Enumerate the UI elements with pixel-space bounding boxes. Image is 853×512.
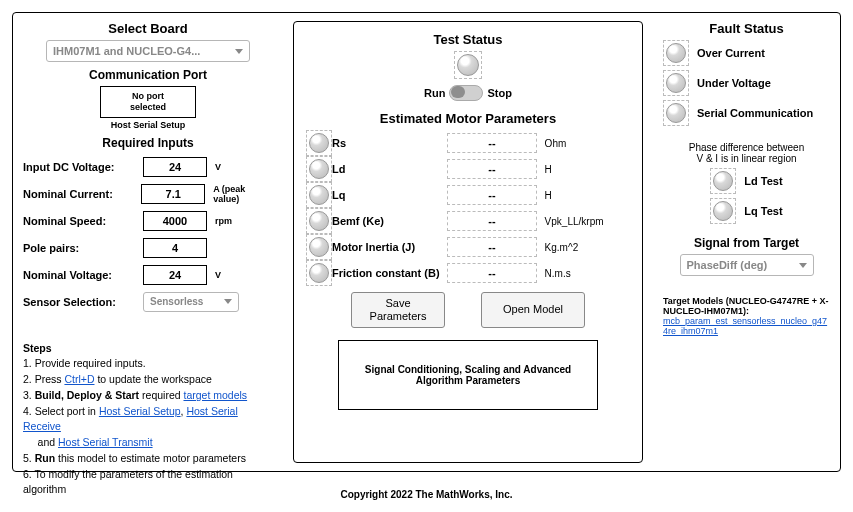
dc-voltage-unit: V (215, 162, 221, 172)
signal-dropdown[interactable]: PhaseDiff (deg) (680, 254, 814, 276)
b-value: -- (447, 263, 536, 283)
nominal-voltage-label: Nominal Voltage: (23, 269, 143, 281)
ke-lamp-icon (309, 211, 329, 231)
run-stop-toggle[interactable] (449, 85, 483, 101)
step-5: 5. Run this model to estimate motor para… (23, 451, 273, 467)
ke-value: -- (447, 211, 536, 231)
pole-pairs-label: Pole pairs: (23, 242, 143, 254)
lq-test-lamp-icon (713, 201, 733, 221)
signal-heading: Signal from Target (663, 236, 830, 250)
dc-voltage-input[interactable] (143, 157, 207, 177)
step-4: 4. Select port in Host Serial Setup, Hos… (23, 404, 273, 451)
sensor-dropdown-value: Sensorless (150, 296, 203, 307)
serial-comm-lamp-icon (666, 103, 686, 123)
nominal-current-input[interactable] (141, 184, 205, 204)
host-serial-transmit-link[interactable]: Host Serial Transmit (58, 436, 153, 448)
nominal-voltage-input[interactable] (143, 265, 207, 285)
stop-label: Stop (487, 87, 511, 99)
rs-value: -- (447, 133, 536, 153)
sensor-dropdown[interactable]: Sensorless (143, 292, 239, 312)
fault-status-heading: Fault Status (663, 21, 830, 36)
chevron-down-icon (799, 263, 807, 268)
test-row-lq: Lq Test (663, 198, 830, 224)
fault-row-uv: Under Voltage (663, 70, 830, 96)
comm-port-line2: selected (103, 102, 193, 113)
lq-lamp-icon (309, 185, 329, 205)
status-lamp-box (454, 51, 482, 79)
target-models-link[interactable]: target models (183, 389, 247, 401)
required-inputs-heading: Required Inputs (23, 136, 273, 150)
chevron-down-icon (224, 299, 232, 304)
fault-row-sc: Serial Communication (663, 100, 830, 126)
steps-heading: Steps (23, 341, 273, 357)
open-model-button[interactable]: Open Model (481, 292, 585, 328)
test-status-heading: Test Status (306, 32, 630, 47)
status-lamp-icon (457, 54, 479, 76)
over-current-lamp-icon (666, 43, 686, 63)
board-dropdown[interactable]: IHM07M1 and NUCLEO-G4... (46, 40, 250, 62)
nominal-current-unit: A (peak value) (213, 184, 273, 204)
ld-test-lamp-icon (713, 171, 733, 191)
host-serial-setup-link[interactable]: Host Serial Setup (99, 405, 181, 417)
nominal-current-label: Nominal Current: (23, 188, 141, 200)
comm-port-line1: No port (103, 91, 193, 102)
target-models-heading: Target Models (NUCLEO-G4747RE + X-NUCLEO… (663, 296, 830, 316)
run-label: Run (424, 87, 445, 99)
signal-dropdown-value: PhaseDiff (deg) (687, 259, 768, 271)
param-row-ke: Bemf (Ke) -- Vpk_LL/krpm (306, 208, 630, 234)
test-panel: Test Status Run Stop Estimated Motor Par… (293, 21, 643, 463)
lq-value: -- (447, 185, 536, 205)
ctrl-d-link[interactable]: Ctrl+D (64, 373, 94, 385)
nominal-speed-input[interactable] (143, 211, 207, 231)
param-row-j: Motor Inertia (J) -- Kg.m^2 (306, 234, 630, 260)
host-serial-setup-label: Host Serial Setup (23, 120, 273, 130)
step-2: 2. Press Ctrl+D to update the workspace (23, 372, 273, 388)
fault-row-oc: Over Current (663, 40, 830, 66)
param-row-rs: Rs -- Ohm (306, 130, 630, 156)
board-dropdown-value: IHM07M1 and NUCLEO-G4... (53, 45, 200, 57)
nominal-speed-unit: rpm (215, 216, 232, 226)
rs-lamp-icon (309, 133, 329, 153)
comm-port-heading: Communication Port (23, 68, 273, 82)
phase-note-2: V & I is in linear region (663, 153, 830, 164)
save-parameters-button[interactable]: Save Parameters (351, 292, 445, 328)
copyright: Copyright 2022 The MathWorks, Inc. (0, 489, 853, 500)
param-row-b: Friction constant (B) -- N.m.s (306, 260, 630, 286)
nominal-voltage-unit: V (215, 270, 221, 280)
step-1: 1. Provide required inputs. (23, 356, 273, 372)
j-value: -- (447, 237, 536, 257)
sensor-selection-label: Sensor Selection: (23, 296, 143, 308)
nominal-speed-label: Nominal Speed: (23, 215, 143, 227)
test-row-ld: Ld Test (663, 168, 830, 194)
j-lamp-icon (309, 237, 329, 257)
param-row-lq: Lq -- H (306, 182, 630, 208)
param-row-ld: Ld -- H (306, 156, 630, 182)
est-params-heading: Estimated Motor Parameters (306, 111, 630, 126)
select-board-heading: Select Board (23, 21, 273, 36)
phase-note-1: Phase difference between (663, 142, 830, 153)
comm-port-button[interactable]: No port selected (100, 86, 196, 118)
ld-value: -- (447, 159, 536, 179)
dc-voltage-label: Input DC Voltage: (23, 161, 143, 173)
chevron-down-icon (235, 49, 243, 54)
b-lamp-icon (309, 263, 329, 283)
subsystem-block[interactable]: Signal Conditioning, Scaling and Advance… (338, 340, 598, 410)
ld-lamp-icon (309, 159, 329, 179)
target-model-link[interactable]: mcb_param_est_sensorless_nucleo_g474re_i… (663, 316, 827, 336)
pole-pairs-input[interactable] (143, 238, 207, 258)
under-voltage-lamp-icon (666, 73, 686, 93)
step-3: 3. Build, Deploy & Start required target… (23, 388, 273, 404)
